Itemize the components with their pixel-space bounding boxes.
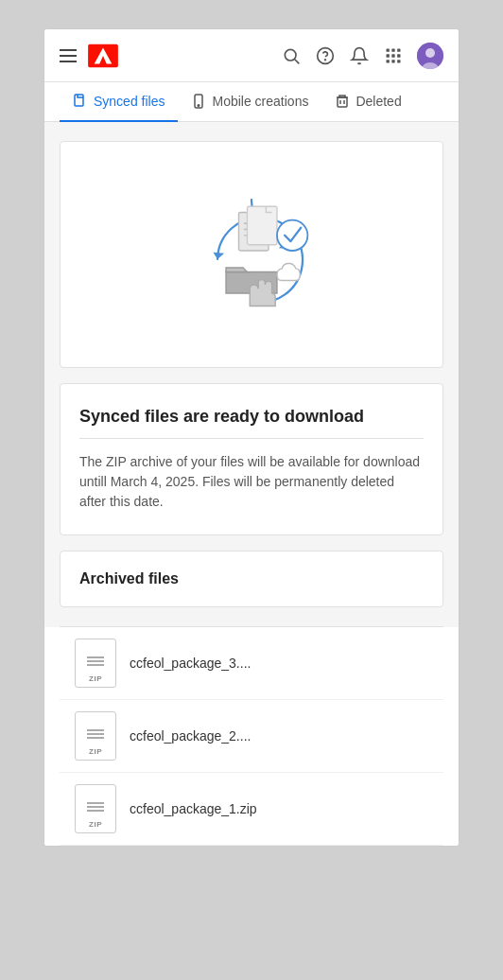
menu-button[interactable]	[60, 49, 77, 62]
file-list: ZIP ccfeol_package_3.... ZIP ccfeol_pack…	[44, 627, 459, 846]
app-window: Synced files Mobile creations Deleted	[43, 28, 460, 847]
svg-rect-7	[387, 48, 390, 51]
tab-deleted-label: Deleted	[356, 94, 401, 109]
notifications-icon[interactable]	[349, 45, 370, 66]
illustration-container	[166, 170, 337, 331]
main-content: Synced files are ready to download The Z…	[44, 122, 459, 626]
svg-rect-9	[397, 48, 400, 51]
header-right	[281, 43, 443, 69]
header-left	[60, 43, 120, 69]
svg-rect-31	[248, 206, 278, 245]
tab-mobile-creations-label: Mobile creations	[212, 94, 308, 109]
file-item-2[interactable]: ZIP ccfeol_package_2....	[60, 700, 443, 773]
info-divider	[79, 438, 424, 439]
file-name-2: ccfeol_package_2....	[130, 728, 251, 744]
header	[44, 29, 459, 82]
file-item-3[interactable]: ZIP ccfeol_package_1.zip	[60, 773, 443, 846]
zip-file-icon-2: ZIP	[75, 711, 116, 761]
zip-lines-3	[87, 802, 104, 812]
zip-lines	[87, 656, 104, 666]
info-description: The ZIP archive of your files will be av…	[79, 452, 424, 512]
svg-rect-11	[391, 54, 394, 57]
illustration-card	[60, 141, 443, 368]
zip-file-icon-3: ZIP	[75, 784, 116, 833]
file-name-3: ccfeol_package_1.zip	[130, 801, 257, 816]
tab-deleted[interactable]: Deleted	[321, 82, 414, 122]
tabs-bar: Synced files Mobile creations Deleted	[44, 82, 459, 122]
help-icon[interactable]	[315, 45, 336, 66]
svg-point-32	[277, 220, 307, 251]
archived-files-card: Archived files	[60, 551, 443, 607]
svg-rect-22	[338, 97, 347, 107]
zip-label-1: ZIP	[89, 674, 102, 683]
tab-synced-files-label: Synced files	[94, 94, 165, 109]
search-icon[interactable]	[281, 45, 302, 66]
svg-rect-13	[387, 60, 390, 62]
svg-rect-12	[397, 54, 400, 57]
zip-label-2: ZIP	[89, 747, 102, 756]
svg-marker-25	[214, 253, 225, 259]
tab-mobile-creations[interactable]: Mobile creations	[178, 82, 321, 122]
avatar[interactable]	[417, 43, 443, 69]
apps-icon[interactable]	[383, 45, 404, 66]
archived-files-title: Archived files	[79, 570, 424, 587]
svg-point-17	[425, 48, 435, 58]
svg-rect-15	[397, 60, 400, 62]
svg-point-21	[199, 105, 200, 107]
synced-files-illustration	[166, 170, 337, 331]
file-name-1: ccfeol_package_3....	[130, 656, 251, 671]
svg-line-4	[295, 59, 300, 63]
zip-label-3: ZIP	[89, 820, 102, 829]
svg-rect-19	[75, 95, 83, 106]
info-card: Synced files are ready to download The Z…	[60, 383, 443, 535]
info-title: Synced files are ready to download	[79, 407, 424, 427]
svg-rect-8	[391, 48, 394, 51]
svg-rect-10	[387, 54, 390, 57]
svg-point-3	[285, 49, 296, 61]
adobe-logo	[86, 43, 120, 69]
tab-synced-files[interactable]: Synced files	[60, 82, 178, 122]
svg-point-6	[325, 59, 326, 60]
zip-lines-2	[87, 729, 104, 739]
svg-rect-14	[391, 60, 394, 62]
file-item-1[interactable]: ZIP ccfeol_package_3....	[60, 627, 443, 700]
zip-file-icon-1: ZIP	[75, 639, 116, 688]
